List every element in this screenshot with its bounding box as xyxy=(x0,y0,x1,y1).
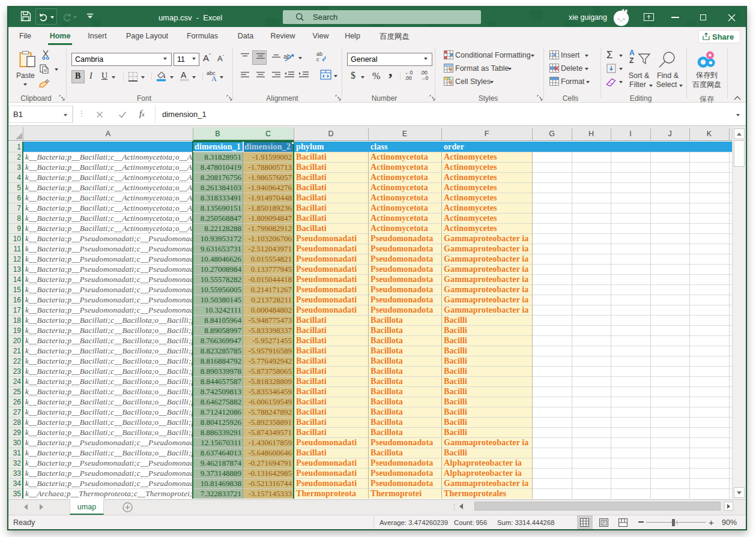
svg-text:c: c xyxy=(316,56,319,62)
svg-text:ab: ab xyxy=(283,53,291,60)
